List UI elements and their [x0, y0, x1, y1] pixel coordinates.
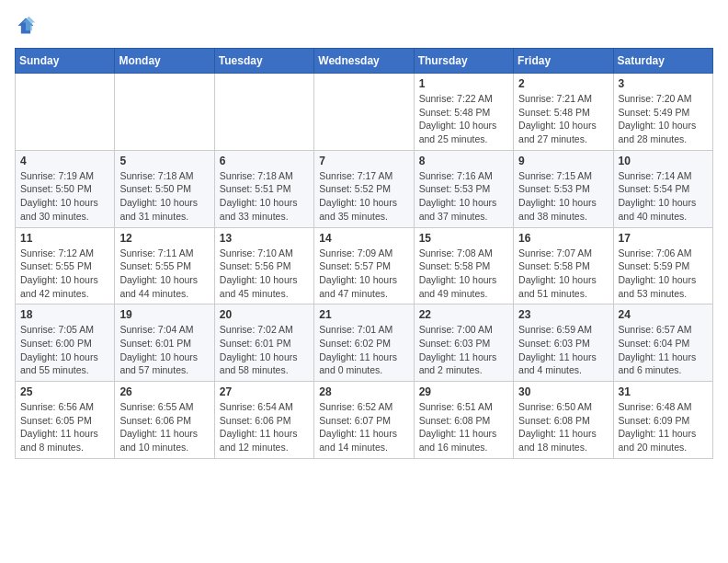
day-header-tuesday: Tuesday [214, 49, 313, 74]
calendar-cell: 11Sunrise: 7:12 AM Sunset: 5:55 PM Dayli… [16, 227, 115, 304]
day-info: Sunrise: 6:57 AM Sunset: 6:04 PM Dayligh… [619, 323, 708, 377]
calendar-week-3: 11Sunrise: 7:12 AM Sunset: 5:55 PM Dayli… [16, 227, 713, 304]
day-info: Sunrise: 7:22 AM Sunset: 5:48 PM Dayligh… [419, 92, 508, 146]
day-number: 14 [319, 232, 408, 245]
day-number: 1 [419, 77, 508, 90]
day-info: Sunrise: 7:00 AM Sunset: 6:03 PM Dayligh… [419, 323, 508, 377]
day-info: Sunrise: 6:56 AM Sunset: 6:05 PM Dayligh… [20, 400, 109, 454]
calendar-cell: 15Sunrise: 7:08 AM Sunset: 5:58 PM Dayli… [414, 227, 513, 304]
day-number: 26 [119, 385, 209, 398]
calendar-cell: 30Sunrise: 6:50 AM Sunset: 6:08 PM Dayli… [514, 382, 613, 459]
day-info: Sunrise: 7:14 AM Sunset: 5:54 PM Dayligh… [619, 169, 708, 224]
day-info: Sunrise: 7:07 AM Sunset: 5:58 PM Dayligh… [518, 247, 608, 301]
calendar-cell: 29Sunrise: 6:51 AM Sunset: 6:08 PM Dayli… [414, 382, 513, 459]
calendar-cell: 2Sunrise: 7:21 AM Sunset: 5:48 PM Daylig… [514, 74, 613, 151]
day-info: Sunrise: 7:01 AM Sunset: 6:02 PM Dayligh… [319, 323, 408, 377]
day-number: 25 [20, 385, 109, 398]
day-number: 2 [518, 77, 608, 90]
day-info: Sunrise: 7:10 AM Sunset: 5:56 PM Dayligh… [220, 247, 309, 301]
day-info: Sunrise: 7:21 AM Sunset: 5:48 PM Dayligh… [518, 92, 608, 146]
calendar-cell: 3Sunrise: 7:20 AM Sunset: 5:49 PM Daylig… [613, 74, 712, 151]
calendar-cell [214, 74, 313, 151]
day-number: 29 [419, 385, 508, 398]
day-number: 16 [518, 232, 608, 245]
day-number: 8 [419, 155, 508, 167]
day-header-thursday: Thursday [414, 49, 513, 74]
calendar-cell: 23Sunrise: 6:59 AM Sunset: 6:03 PM Dayli… [514, 304, 613, 382]
calendar-cell: 7Sunrise: 7:17 AM Sunset: 5:52 PM Daylig… [314, 150, 414, 227]
day-info: Sunrise: 7:17 AM Sunset: 5:52 PM Dayligh… [319, 169, 408, 224]
day-number: 27 [220, 385, 309, 398]
day-info: Sunrise: 6:59 AM Sunset: 6:03 PM Dayligh… [518, 323, 608, 377]
day-info: Sunrise: 7:15 AM Sunset: 5:53 PM Dayligh… [518, 169, 608, 224]
day-info: Sunrise: 6:55 AM Sunset: 6:06 PM Dayligh… [119, 400, 209, 454]
calendar-header-row: SundayMondayTuesdayWednesdayThursdayFrid… [16, 49, 713, 74]
day-info: Sunrise: 6:51 AM Sunset: 6:08 PM Dayligh… [419, 400, 508, 454]
calendar-cell: 17Sunrise: 7:06 AM Sunset: 5:59 PM Dayli… [613, 227, 712, 304]
calendar-week-5: 25Sunrise: 6:56 AM Sunset: 6:05 PM Dayli… [16, 382, 713, 459]
calendar-cell: 13Sunrise: 7:10 AM Sunset: 5:56 PM Dayli… [214, 227, 313, 304]
calendar-cell: 18Sunrise: 7:05 AM Sunset: 6:00 PM Dayli… [16, 304, 115, 382]
calendar-week-2: 4Sunrise: 7:19 AM Sunset: 5:50 PM Daylig… [16, 150, 713, 227]
day-number: 9 [518, 155, 608, 167]
day-header-friday: Friday [514, 49, 613, 74]
calendar-cell: 4Sunrise: 7:19 AM Sunset: 5:50 PM Daylig… [16, 150, 115, 227]
day-info: Sunrise: 7:04 AM Sunset: 6:01 PM Dayligh… [119, 323, 209, 377]
day-number: 6 [220, 155, 309, 167]
calendar-cell: 16Sunrise: 7:07 AM Sunset: 5:58 PM Dayli… [514, 227, 613, 304]
day-number: 15 [419, 232, 508, 245]
day-number: 30 [518, 385, 608, 398]
day-info: Sunrise: 7:16 AM Sunset: 5:53 PM Dayligh… [419, 169, 508, 224]
calendar-cell: 24Sunrise: 6:57 AM Sunset: 6:04 PM Dayli… [613, 304, 712, 382]
calendar-cell: 19Sunrise: 7:04 AM Sunset: 6:01 PM Dayli… [115, 304, 214, 382]
day-number: 19 [119, 308, 209, 321]
day-info: Sunrise: 6:48 AM Sunset: 6:09 PM Dayligh… [619, 400, 708, 454]
day-header-monday: Monday [115, 49, 214, 74]
day-info: Sunrise: 7:19 AM Sunset: 5:50 PM Dayligh… [20, 169, 109, 224]
day-info: Sunrise: 7:02 AM Sunset: 6:01 PM Dayligh… [220, 323, 309, 377]
day-info: Sunrise: 6:52 AM Sunset: 6:07 PM Dayligh… [319, 400, 408, 454]
day-number: 22 [419, 308, 508, 321]
calendar-cell: 27Sunrise: 6:54 AM Sunset: 6:06 PM Dayli… [214, 382, 313, 459]
day-number: 23 [518, 308, 608, 321]
day-info: Sunrise: 7:18 AM Sunset: 5:51 PM Dayligh… [220, 169, 309, 224]
calendar-cell [115, 74, 214, 151]
calendar-cell: 31Sunrise: 6:48 AM Sunset: 6:09 PM Dayli… [613, 382, 712, 459]
calendar-cell: 1Sunrise: 7:22 AM Sunset: 5:48 PM Daylig… [414, 74, 513, 151]
calendar: SundayMondayTuesdayWednesdayThursdayFrid… [15, 48, 713, 459]
day-number: 11 [20, 232, 109, 245]
day-number: 28 [319, 385, 408, 398]
day-info: Sunrise: 7:05 AM Sunset: 6:00 PM Dayligh… [20, 323, 109, 377]
day-number: 4 [20, 155, 109, 167]
calendar-cell [16, 74, 115, 151]
day-number: 10 [619, 155, 708, 167]
day-info: Sunrise: 7:08 AM Sunset: 5:58 PM Dayligh… [419, 247, 508, 301]
calendar-week-1: 1Sunrise: 7:22 AM Sunset: 5:48 PM Daylig… [16, 74, 713, 151]
calendar-cell: 10Sunrise: 7:14 AM Sunset: 5:54 PM Dayli… [613, 150, 712, 227]
day-info: Sunrise: 6:54 AM Sunset: 6:06 PM Dayligh… [220, 400, 309, 454]
calendar-cell: 9Sunrise: 7:15 AM Sunset: 5:53 PM Daylig… [514, 150, 613, 227]
page-header [15, 15, 713, 37]
day-number: 3 [619, 77, 708, 90]
day-number: 17 [619, 232, 708, 245]
day-number: 21 [319, 308, 408, 321]
day-number: 18 [20, 308, 109, 321]
calendar-cell: 28Sunrise: 6:52 AM Sunset: 6:07 PM Dayli… [314, 382, 414, 459]
day-number: 13 [220, 232, 309, 245]
day-info: Sunrise: 6:50 AM Sunset: 6:08 PM Dayligh… [518, 400, 608, 454]
logo-icon [15, 15, 37, 37]
calendar-cell: 8Sunrise: 7:16 AM Sunset: 5:53 PM Daylig… [414, 150, 513, 227]
day-number: 7 [319, 155, 408, 167]
calendar-cell: 20Sunrise: 7:02 AM Sunset: 6:01 PM Dayli… [214, 304, 313, 382]
calendar-cell: 26Sunrise: 6:55 AM Sunset: 6:06 PM Dayli… [115, 382, 214, 459]
day-info: Sunrise: 7:09 AM Sunset: 5:57 PM Dayligh… [319, 247, 408, 301]
day-info: Sunrise: 7:06 AM Sunset: 5:59 PM Dayligh… [619, 247, 708, 301]
day-info: Sunrise: 7:11 AM Sunset: 5:55 PM Dayligh… [119, 247, 209, 301]
day-info: Sunrise: 7:18 AM Sunset: 5:50 PM Dayligh… [119, 169, 209, 224]
calendar-cell: 5Sunrise: 7:18 AM Sunset: 5:50 PM Daylig… [115, 150, 214, 227]
day-number: 24 [619, 308, 708, 321]
calendar-cell: 14Sunrise: 7:09 AM Sunset: 5:57 PM Dayli… [314, 227, 414, 304]
day-number: 5 [119, 155, 209, 167]
day-header-saturday: Saturday [613, 49, 712, 74]
calendar-cell: 21Sunrise: 7:01 AM Sunset: 6:02 PM Dayli… [314, 304, 414, 382]
